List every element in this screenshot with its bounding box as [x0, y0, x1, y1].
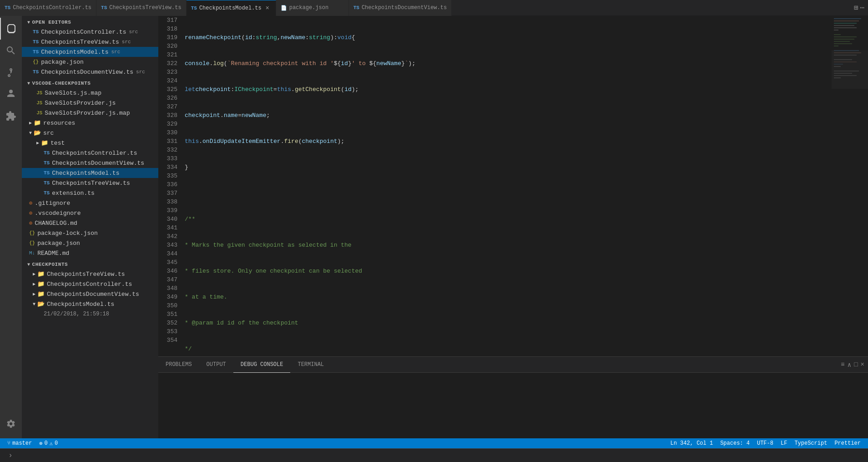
sidebar-item-checkpoints-tree-view[interactable]: TS CheckpointsTreeView.ts	[22, 178, 158, 188]
sidebar-item-checkpoints-document-view-open[interactable]: TS CheckpointsDocumentView.ts src	[22, 67, 158, 77]
code-area[interactable]: 317 318 319 320 321 322 323 324 325 326 …	[158, 16, 868, 356]
sidebar-item-checkpoints-document-view[interactable]: TS CheckpointsDocumentView.ts	[22, 158, 158, 168]
svg-rect-9	[834, 39, 854, 40]
panel-tab-terminal[interactable]: TERMINAL	[290, 357, 331, 373]
tab-checkpoints-controller[interactable]: TS CheckpointsController.ts	[0, 0, 96, 16]
activity-extensions[interactable]	[0, 105, 22, 127]
folder-icon: 📁	[37, 290, 45, 298]
sidebar-item-readme[interactable]: M↓ README.md	[22, 248, 158, 258]
git-branch-icon: ⑂	[7, 440, 10, 447]
tab-checkpoints-model[interactable]: TS CheckpointsModel.ts ×	[187, 0, 276, 16]
json-icon: 📄	[281, 5, 287, 11]
json-icon: {}	[33, 59, 39, 65]
ts-icon: TS	[33, 29, 39, 35]
sidebar-item-src[interactable]: ▼ 📂 src	[22, 128, 158, 138]
maximize-icon[interactable]: □	[854, 361, 858, 368]
status-line-col[interactable]: Ln 342, Col 1	[667, 440, 717, 447]
panel-content[interactable]	[158, 373, 868, 438]
code-line-318: console.log(`Renaming checkpoint with id…	[185, 59, 832, 68]
code-line-323	[185, 189, 832, 198]
activity-bottom	[0, 413, 22, 438]
tab-checkpoints-document-view[interactable]: TS CheckpointsDocumentView.ts	[349, 0, 452, 16]
tab-package-json[interactable]: 📄 package.json	[276, 0, 349, 16]
activity-settings[interactable]	[0, 413, 22, 435]
sidebar-item-checkpoints-tree-view-open[interactable]: TS CheckpointsTreeView.ts src	[22, 37, 158, 47]
checkpoint-model-folder[interactable]: ▼ 📂 CheckpointsModel.ts	[22, 299, 158, 309]
ts-icon: TS	[33, 69, 39, 75]
sidebar-item-saveslotsprovider-map[interactable]: JS SaveSlotsProvider.js.map	[22, 108, 158, 118]
checkpoint-controller-folder[interactable]: ▶ 📁 CheckpointsController.ts	[22, 279, 158, 289]
checkpoint-document-view-folder[interactable]: ▶ 📁 CheckpointsDocumentView.ts	[22, 289, 158, 299]
sidebar-item-checkpoints-model-open[interactable]: TS CheckpointsModel.ts src	[22, 47, 158, 57]
checkpoint-date-item[interactable]: 21/02/2018, 21:59:18	[22, 309, 158, 319]
folder-icon: 📁	[37, 270, 45, 278]
checkpoints-section: ▼ CHECKPOINTS ▶ 📁 CheckpointsTreeView.ts…	[22, 258, 158, 319]
changelog-icon: ⊙	[29, 220, 32, 227]
status-encoding[interactable]: UTF-8	[753, 440, 777, 447]
vscode-icon: ⊙	[29, 210, 32, 217]
item-badge: src	[136, 69, 145, 75]
status-spaces[interactable]: Spaces: 4	[717, 440, 753, 447]
bottom-nav-chevron[interactable]: ›	[4, 449, 17, 462]
sidebar-item-gitignore[interactable]: ⊙ .gitignore	[22, 198, 158, 208]
sidebar-item-package-json-open[interactable]: {} package.json	[22, 57, 158, 67]
status-formatter[interactable]: Prettier	[831, 440, 864, 447]
panel-actions: ≡ ∧ □ ×	[837, 361, 868, 369]
sidebar-item-test[interactable]: ▶ 📁 test	[22, 138, 158, 148]
panel-tab-problems[interactable]: PROBLEMS	[158, 357, 199, 373]
js-icon: JS	[36, 110, 42, 116]
sidebar-item-changelog[interactable]: ⊙ CHANGELOG.md	[22, 218, 158, 228]
sidebar-item-package-lock[interactable]: {} package-lock.json	[22, 228, 158, 238]
code-content[interactable]: renameCheckpoint(id: string, newName: st…	[181, 16, 832, 356]
item-label: package.json	[41, 59, 84, 66]
panel-tab-output[interactable]: OUTPUT	[199, 357, 233, 373]
ts-icon: TS	[33, 39, 39, 45]
sidebar-item-checkpoints-model[interactable]: TS CheckpointsModel.ts	[22, 168, 158, 178]
status-git-branch[interactable]: ⑂ master	[4, 440, 35, 447]
code-line-324: /**	[185, 215, 832, 223]
checkpoint-tree-view-folder[interactable]: ▶ 📁 CheckpointsTreeView.ts	[22, 269, 158, 279]
activity-search[interactable]	[0, 40, 22, 61]
tab-checkpoints-tree-view[interactable]: TS CheckpointsTreeView.ts	[96, 0, 187, 16]
ts-icon: TS	[33, 49, 39, 55]
code-line-325: * Marks the given checkpoint as selected…	[185, 241, 832, 249]
ts-icon: TS	[353, 5, 359, 10]
activity-bar	[0, 16, 22, 438]
minimap-visual	[832, 16, 868, 289]
close-panel-icon[interactable]: ×	[861, 361, 864, 368]
folder-open-icon: 📂	[34, 129, 41, 137]
collapse-icon[interactable]: ∧	[848, 361, 851, 369]
status-bar: ⑂ master ⊗ 0 ⚠ 0 Ln 342, Col 1 Spaces: 4…	[0, 438, 868, 448]
sidebar-item-resources[interactable]: ▶ 📁 resources	[22, 118, 158, 128]
svg-rect-3	[834, 23, 857, 24]
sidebar-item-extension[interactable]: TS extension.ts	[22, 188, 158, 198]
code-line-327: * at a time.	[185, 293, 832, 301]
svg-rect-10	[834, 41, 850, 42]
status-errors[interactable]: ⊗ 0 ⚠ 0	[35, 440, 61, 447]
ts-icon: TS	[101, 5, 107, 10]
tab-label: CheckpointsDocumentView.ts	[362, 5, 447, 11]
sidebar-item-saveslotsprovider[interactable]: JS SaveSlotsProvider.js	[22, 98, 158, 108]
sidebar-item-saveslots-map[interactable]: JS SaveSlots.js.map	[22, 88, 158, 98]
checkpoints-title: ▼ CHECKPOINTS	[22, 258, 158, 269]
activity-git[interactable]	[0, 61, 22, 83]
more-icon[interactable]: ⋯	[860, 3, 864, 12]
arrow-right-icon: ▶	[33, 271, 35, 277]
ts-icon: TS	[191, 5, 197, 11]
panel-tab-debug-console[interactable]: DEBUG CONSOLE	[233, 357, 291, 373]
sidebar-item-checkpoints-controller[interactable]: TS CheckpointsController.ts	[22, 148, 158, 158]
split-editor-icon[interactable]: ⊞	[854, 3, 858, 12]
sidebar-item-checkpoints-controller-open[interactable]: TS CheckpointsController.ts src	[22, 27, 158, 37]
status-language[interactable]: TypeScript	[791, 440, 831, 447]
activity-debug[interactable]	[0, 83, 22, 105]
activity-files[interactable]	[0, 18, 22, 40]
arrow-right-icon: ▶	[33, 281, 35, 287]
svg-rect-11	[834, 43, 852, 44]
status-line-ending[interactable]: LF	[777, 440, 791, 447]
sidebar-item-package-json[interactable]: {} package.json	[22, 238, 158, 248]
svg-rect-24	[832, 50, 868, 89]
svg-rect-1	[834, 18, 861, 19]
sidebar-item-vscodeignore[interactable]: ⊙ .vscodeignore	[22, 208, 158, 218]
tab-close-icon[interactable]: ×	[264, 5, 271, 12]
list-icon[interactable]: ≡	[841, 361, 844, 368]
